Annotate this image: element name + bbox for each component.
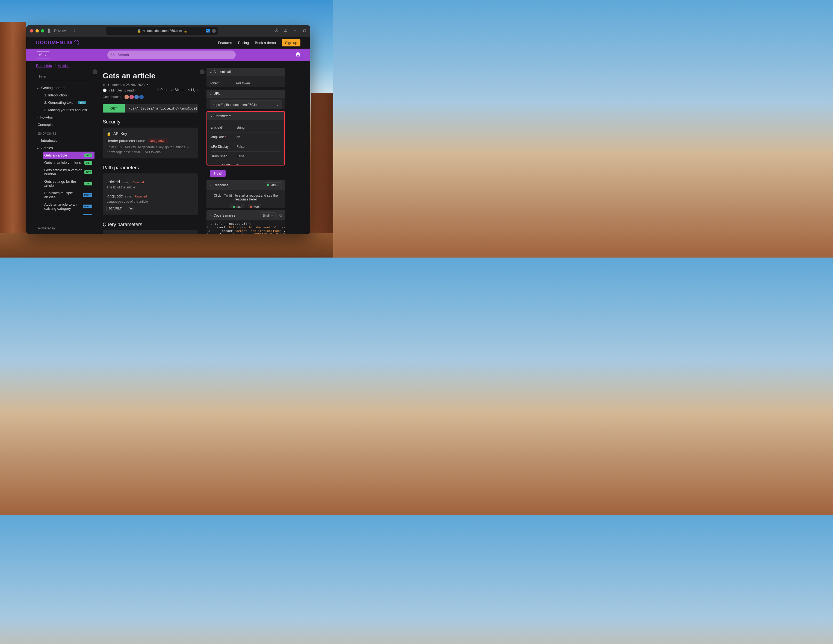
sidebar-item[interactable]: Gets settings for the articleGET [43,178,95,189]
param-row: langCode*en [211,132,281,142]
tree-howtos[interactable]: How-tos [36,114,95,121]
svg-point-3 [111,53,114,55]
share-button[interactable]: ↗ Share [171,88,183,92]
toolbar-right [274,28,306,34]
sidebar-item[interactable]: Gets all article versionsGET [43,159,95,166]
param-input[interactable]: en [236,135,281,140]
response-code-400[interactable]: 400 [248,204,261,208]
address-bar[interactable]: 🔒 apidocs.document360.com 🔒 🔊 ⋯ [106,27,218,35]
tree-articles[interactable]: Articles [36,144,95,151]
theme-toggle[interactable]: ☀ Light [187,88,198,92]
more-icon[interactable]: ⋯ [212,29,216,33]
tree-getting-started[interactable]: Getting started [36,84,95,92]
tree-item-label: Articles [41,146,53,150]
gift-icon[interactable] [296,52,301,58]
updated-date: Updated on 25 Nov 2023 [108,83,145,87]
sidebar: Getting started 1. Introduction 2. Gener… [26,68,95,234]
nav-link-pricing[interactable]: Pricing [238,41,249,45]
share-icon[interactable] [283,28,288,34]
breadcrumb-articles[interactable]: Articles [58,64,70,68]
response-code-selector[interactable]: 200 ⌄ [265,182,282,188]
version-label: v2 [39,53,43,57]
default-label: DEFAULT [106,206,124,211]
sidebar-item[interactable]: Gets article by a version numberGET [43,166,95,178]
sidebar-item[interactable]: Adds multiple articlesPOST [43,212,95,215]
version-selector[interactable]: v2 ⌄ [36,52,50,58]
breadcrumb-endpoints[interactable]: Endpoints [36,64,52,68]
line-number: 2 [206,225,211,229]
sidebar-item-label: Adds an article to an existing category [44,202,81,211]
print-button[interactable]: 🖨 Print [156,88,167,92]
site-logo[interactable]: DOCUMENT36 [36,40,79,46]
param-desc: Language code of the article [106,200,195,203]
audio-icon[interactable]: 🔊 [206,29,210,32]
close-window-button[interactable] [30,29,33,32]
apikey-param-label: Header parameter name [106,139,145,143]
nav-link-book-demo[interactable]: Book a demo [255,41,276,45]
copy-icon[interactable]: ⧉ [280,214,282,217]
http-method-badge: GET [103,104,125,113]
tree-item[interactable]: 3. Making your first request [43,106,95,114]
try-it-inline-button[interactable]: Try It! [222,193,234,198]
param-label: langCode* [211,135,236,139]
param-input[interactable]: False [236,154,281,159]
avatar [124,95,129,100]
downloads-icon[interactable] [274,28,278,34]
tree-introduction[interactable]: Introduction [36,137,95,144]
sidebar-item-label: Adds multiple articles [44,214,78,215]
code-text: --url 'https://apihub.document360.io/v [211,225,285,229]
tree-item-label: Concepts [38,122,53,127]
minimize-window-button[interactable] [35,29,39,32]
browser-window: Private 〈 🔒 apidocs.document360.com 🔒 🔊 … [26,25,310,234]
sidebar-toggle-button[interactable] [47,27,50,34]
param-label: appendSASToken [211,164,236,166]
sidebar-item[interactable]: Adds an article to an existing categoryP… [43,201,95,212]
method-badge: GET [84,161,92,165]
param-required: Required [135,195,147,198]
url-panel-header[interactable]: URL [206,90,285,98]
page-title: Gets an article [103,72,198,80]
default-value: "en" [125,206,138,211]
tabs-icon[interactable] [302,28,306,34]
back-button[interactable]: 〈 [70,27,77,34]
nav-link-features[interactable]: Features [218,41,232,45]
wallpaper-rock [0,233,333,258]
path-params-card: articleIdstringRequiredThe ID of the art… [103,174,198,215]
param-desc: The ID of the article [106,185,195,189]
token-input[interactable]: API token [236,81,282,86]
language-selector[interactable]: Shell ⌄ [261,213,276,218]
sidebar-item[interactable]: Gets an articleGET [43,151,95,159]
path-params-heading: Path parameters [103,165,198,171]
try-it-button[interactable]: Try it! [210,170,225,177]
tree-concepts[interactable]: Concepts [36,121,95,128]
param-row: articleId*string [211,123,281,132]
search-box[interactable] [107,50,236,59]
param-input[interactable]: False [236,144,281,149]
auth-panel: Authentication Token* API token [206,68,285,87]
sidebar-item[interactable]: Publishes multiple articlesPOST [43,189,95,201]
response-code-200[interactable]: 200 [230,204,244,208]
sidebar-item-label: Gets settings for the article [44,179,82,188]
subnav-bar: v2 ⌄ [26,48,310,61]
filter-input[interactable] [36,72,90,80]
tree-item[interactable]: 2. Generating tokenBeta [43,99,95,106]
param-input[interactable]: string [236,125,281,130]
url-text: apidocs.document360.com [143,29,182,33]
sidebar-item-label: Publishes multiple articles [44,191,81,199]
url-value: https://apihub.document360.io [213,103,257,107]
param-name: articleId [106,180,120,184]
response-panel-header[interactable]: Response 200 ⌄ [206,180,285,190]
tree-item[interactable]: 1. Introduction [43,92,95,99]
code-samples-header[interactable]: Code Samples Shell ⌄ ⧉ [206,210,285,221]
method-badge: POST [83,214,92,216]
search-input[interactable] [118,53,232,57]
new-tab-icon[interactable] [293,28,297,34]
code-text: --header 'api_token: REPLACE_KEY_VALUE [211,233,285,234]
url-select[interactable]: https://apihub.document360.io ⌄ [210,100,282,109]
auth-panel-header[interactable]: Authentication [206,68,285,76]
signup-button[interactable]: Sign up [282,39,301,47]
params-panel-header[interactable]: Parameters [207,112,284,120]
param-input[interactable]: True [236,163,281,166]
fullscreen-window-button[interactable] [41,29,44,32]
logo-mark [72,39,80,46]
